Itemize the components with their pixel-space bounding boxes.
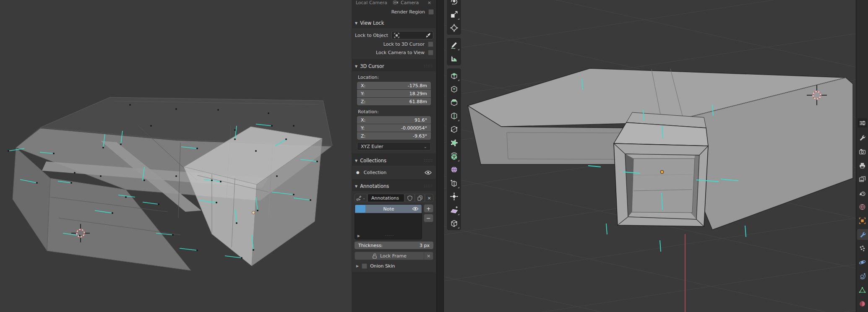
- lock-3d-cursor-row: Lock to 3D Cursor: [354, 40, 433, 48]
- knife-tool-button[interactable]: [448, 123, 460, 135]
- loop-cut-tool-button[interactable]: [448, 109, 460, 122]
- cursor-location-y[interactable]: Y: 18.29m: [357, 90, 431, 97]
- tab-object[interactable]: [856, 215, 868, 226]
- annotation-layers-list[interactable]: Note ▶ ·····: [354, 204, 422, 239]
- cursor-location-z-value: 61.88m: [409, 99, 427, 104]
- tab-output[interactable]: [856, 160, 868, 171]
- lock-3d-cursor-checkbox[interactable]: [428, 42, 433, 47]
- cursor-rotation-z[interactable]: Z: -9.63°: [357, 132, 431, 140]
- unlink-datablock-button[interactable]: ×: [425, 194, 433, 202]
- spin-tool-button[interactable]: [448, 150, 460, 162]
- bevel-tool-button[interactable]: [448, 96, 460, 109]
- smooth-tool-button[interactable]: [448, 163, 460, 176]
- panel-grip-icon[interactable]: ··········: [424, 159, 433, 162]
- 3d-cursor-header[interactable]: ▼ 3D Cursor ··········: [352, 61, 436, 71]
- remove-layer-button[interactable]: −: [424, 214, 433, 222]
- left-3d-viewport[interactable]: [0, 0, 352, 312]
- local-camera-label: Local Camera: [354, 0, 391, 5]
- cursor-location-z[interactable]: Z: 61.88m: [357, 98, 431, 105]
- inset-faces-tool-button[interactable]: [448, 83, 460, 95]
- onion-skin-checkbox[interactable]: [362, 263, 367, 269]
- 3d-cursor-title: 3D Cursor: [360, 63, 384, 69]
- eye-icon[interactable]: [412, 207, 419, 211]
- extrude-region-tool-button[interactable]: [448, 69, 460, 82]
- tab-render[interactable]: [856, 146, 868, 157]
- annotations-title: Annotations: [360, 183, 389, 189]
- annotations-header[interactable]: ▼ Annotations ··········: [352, 181, 436, 191]
- layers-images-icon: [859, 176, 866, 183]
- collapse-triangle-icon: ▼: [355, 21, 357, 25]
- shear-tool-button[interactable]: [448, 203, 460, 216]
- view-lock-header[interactable]: ▼ View Lock: [352, 18, 436, 28]
- material-sphere-icon: [859, 300, 866, 307]
- cursor-location-fields: X: -175.8m Y: 18.29m Z: 61.88m: [357, 82, 431, 105]
- new-datablock-button[interactable]: [415, 194, 425, 202]
- expand-triangle-icon[interactable]: ▶: [356, 264, 359, 268]
- render-region-label: Render Region: [354, 9, 428, 15]
- lock-to-object-label: Lock to Object: [354, 33, 391, 38]
- tool-icon: [859, 134, 866, 141]
- list-footer: ▶ ·····: [357, 234, 419, 238]
- close-icon: ×: [427, 195, 431, 201]
- duplicate-icon: [417, 195, 422, 201]
- tab-editor-type[interactable]: [858, 118, 867, 127]
- onion-skin-label: Onion Skin: [370, 263, 395, 269]
- lock-frame-clear-button[interactable]: ×: [424, 252, 433, 260]
- cursor-rotation-x[interactable]: X: 91.6°: [357, 116, 431, 124]
- annotation-type-button[interactable]: ⌄: [354, 194, 367, 202]
- lock-to-object-field[interactable]: [391, 31, 433, 39]
- measure-tool-button[interactable]: [448, 52, 460, 65]
- shrink-fatten-tool-button[interactable]: [448, 190, 460, 203]
- tab-physics[interactable]: [856, 257, 868, 268]
- tab-tool[interactable]: [856, 132, 868, 143]
- panel-grip-icon[interactable]: ··········: [424, 65, 433, 68]
- rotation-label: Rotation:: [354, 108, 433, 115]
- edge-slide-tool-button[interactable]: [448, 177, 460, 189]
- constraints-icon: [859, 273, 866, 280]
- poly-build-tool-button[interactable]: [448, 136, 460, 149]
- tab-modifiers[interactable]: [857, 229, 868, 240]
- list-resize-grip[interactable]: ·····: [360, 234, 419, 238]
- lock-camera-checkbox[interactable]: [428, 50, 433, 55]
- tab-object-data[interactable]: [856, 284, 868, 295]
- tab-particles[interactable]: [856, 243, 868, 254]
- scale-tool-button[interactable]: [448, 8, 460, 21]
- shield-icon: [407, 195, 412, 201]
- rotation-mode-value: XYZ Euler: [361, 144, 383, 149]
- tab-constraints[interactable]: [856, 270, 868, 281]
- panel-grip-icon[interactable]: ··········: [424, 185, 433, 188]
- collections-body: ● Collection: [352, 166, 436, 179]
- properties-editor-icon: [859, 120, 866, 127]
- tab-view-layer[interactable]: [856, 174, 868, 185]
- fake-user-button[interactable]: [405, 194, 414, 202]
- lock-frame-button[interactable]: Lock Frame: [354, 252, 424, 260]
- add-layer-button[interactable]: +: [424, 204, 433, 213]
- tab-world[interactable]: [856, 201, 868, 212]
- transform-tool-button[interactable]: [448, 21, 460, 34]
- eye-icon[interactable]: [425, 170, 432, 175]
- thickness-slider[interactable]: Thickness: 3 px: [354, 242, 433, 249]
- collections-header[interactable]: ▼ Collections ··········: [352, 156, 436, 166]
- camera-clear-icon[interactable]: ×: [427, 0, 431, 5]
- tab-material[interactable]: [856, 298, 868, 309]
- annotation-name-field[interactable]: Annotations: [368, 194, 404, 202]
- layer-color-swatch[interactable]: [355, 205, 365, 213]
- lock-to-object-row: Lock to Object: [354, 31, 433, 39]
- render-region-checkbox[interactable]: [428, 9, 434, 15]
- right-3d-viewport[interactable]: [444, 0, 856, 312]
- cursor-rotation-y-value: -0.000054°: [401, 125, 427, 131]
- collection-row[interactable]: ● Collection: [354, 169, 433, 176]
- lock-camera-row: Lock Camera to View: [354, 49, 433, 56]
- cursor-location-x[interactable]: X: -175.8m: [357, 82, 431, 89]
- annotation-layer-row[interactable]: Note: [355, 205, 422, 213]
- cursor-rotation-y[interactable]: Y: -0.000054°: [357, 124, 431, 132]
- rotate-tool-button[interactable]: [448, 0, 460, 7]
- camera-datablock-field[interactable]: Camera ×: [391, 0, 434, 6]
- tab-scene[interactable]: [856, 187, 868, 198]
- thickness-value: 3 px: [420, 243, 430, 248]
- rotation-mode-dropdown[interactable]: XYZ Euler ⌄: [357, 142, 431, 151]
- rip-region-tool-button[interactable]: [448, 217, 460, 229]
- onion-skin-row: ▶ Onion Skin: [356, 263, 432, 269]
- annotate-tool-button[interactable]: [448, 39, 460, 51]
- eyedropper-icon[interactable]: [425, 33, 431, 38]
